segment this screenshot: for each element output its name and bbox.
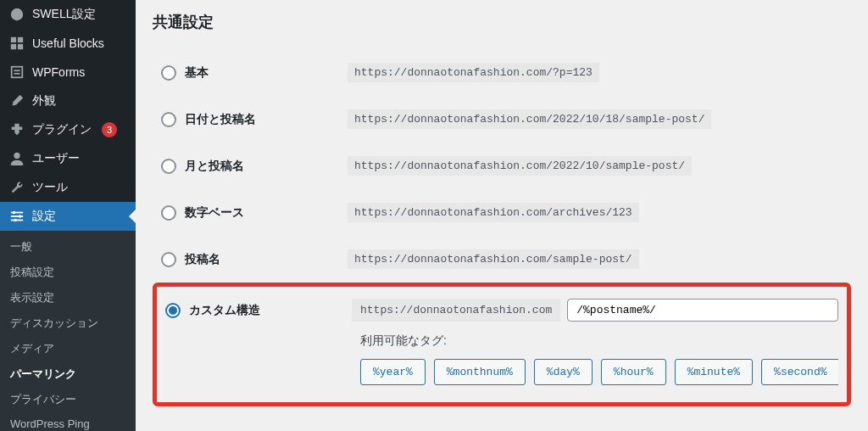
radio-label: 基本 [185, 65, 209, 81]
sidebar-item-label: WPForms [32, 65, 85, 79]
available-tags-label: 利用可能なタグ: [360, 333, 838, 349]
custom-structure-highlight: カスタム構造 https://donnaotonafashion.com 利用可… [153, 283, 851, 406]
url-example: https://donnaotonafashion.com/?p=123 [348, 63, 599, 82]
sidebar-item-label: ツール [32, 180, 68, 195]
svg-point-13 [19, 215, 22, 218]
svg-rect-2 [18, 37, 23, 42]
radio-label: 投稿名 [185, 252, 220, 267]
brush-icon [8, 93, 25, 109]
sidebar-item-label: 設定 [32, 209, 56, 224]
example-cell: https://donnaotonafashion.com/archives/1… [348, 203, 843, 222]
example-cell: https://donnaotonafashion.com/sample-pos… [348, 249, 843, 269]
permalink-options: 基本 https://donnaotonafashion.com/?p=123 … [153, 49, 851, 406]
radio-label: 数字ベース [185, 205, 244, 221]
sidebar-item-plugins[interactable]: プラグイン 3 [0, 115, 136, 144]
radio-icon [161, 112, 176, 127]
form-icon [8, 64, 25, 80]
url-example: https://donnaotonafashion.com/archives/1… [348, 203, 639, 222]
svg-rect-1 [11, 37, 16, 42]
svg-point-12 [13, 211, 16, 215]
option-row-plain: 基本 https://donnaotonafashion.com/?p=123 [153, 49, 851, 96]
radio-icon [161, 252, 176, 267]
user-icon [8, 151, 25, 166]
sidebar-item-wpforms[interactable]: WPForms [0, 58, 136, 87]
blocks-icon [8, 36, 25, 51]
sidebar-item-label: プラグイン [32, 122, 92, 137]
sidebar-item-users[interactable]: ユーザー [0, 144, 136, 173]
wrench-icon [8, 180, 25, 195]
svg-point-14 [14, 219, 17, 222]
sidebar-item-useful-blocks[interactable]: Useful Blocks [0, 29, 136, 58]
radio-icon [161, 65, 176, 81]
sidebar-item-label: SWELL設定 [32, 7, 96, 22]
svg-rect-3 [11, 44, 16, 49]
sidebar-item-label: 外観 [32, 93, 56, 109]
option-row-month-name: 月と投稿名 https://donnaotonafashion.com/2022… [153, 143, 851, 189]
example-cell: https://donnaotonafashion.com/?p=123 [348, 63, 843, 82]
sliders-icon [8, 209, 25, 224]
url-example: https://donnaotonafashion.com/2022/10/18… [348, 109, 711, 129]
tag-day[interactable]: %day% [534, 359, 593, 385]
submenu-media[interactable]: メディア [0, 336, 136, 361]
submenu-wordpress-ping[interactable]: WordPress Ping [0, 412, 136, 431]
submenu-privacy[interactable]: プライバシー [0, 387, 136, 412]
submenu-writing[interactable]: 投稿設定 [0, 260, 136, 285]
svg-point-0 [11, 8, 23, 20]
radio-icon [161, 159, 176, 174]
section-heading: 共通設定 [153, 12, 851, 32]
url-example: https://donnaotonafashion.com/2022/10/sa… [348, 156, 692, 176]
radio-icon [161, 205, 176, 221]
sidebar-item-appearance[interactable]: 外観 [0, 87, 136, 115]
submenu-permalinks[interactable]: パーマリンク [0, 361, 136, 387]
main-content: 共通設定 基本 https://donnaotonafashion.com/?p… [136, 0, 868, 431]
submenu-discussion[interactable]: ディスカッション [0, 311, 136, 336]
permalink-structure-input[interactable] [567, 299, 838, 322]
submenu-reading[interactable]: 表示設定 [0, 285, 136, 311]
tag-year[interactable]: %year% [360, 359, 426, 385]
tag-second[interactable]: %second% [761, 359, 838, 385]
available-tags: %year% %monthnum% %day% %hour% %minute% … [360, 359, 838, 385]
url-example: https://donnaotonafashion.com/sample-pos… [348, 249, 639, 269]
sidebar-item-swell[interactable]: SWELL設定 [0, 0, 136, 29]
radio-month-name[interactable]: 月と投稿名 [161, 159, 348, 174]
svg-rect-4 [18, 44, 23, 49]
option-row-numeric: 数字ベース https://donnaotonafashion.com/arch… [153, 189, 851, 236]
radio-plain[interactable]: 基本 [161, 65, 348, 81]
radio-custom[interactable]: カスタム構造 [165, 303, 352, 318]
radio-label: カスタム構造 [189, 303, 260, 318]
sidebar-item-settings[interactable]: 設定 [0, 202, 136, 231]
sidebar-item-tools[interactable]: ツール [0, 173, 136, 202]
tag-minute[interactable]: %minute% [675, 359, 753, 385]
radio-postname[interactable]: 投稿名 [161, 252, 348, 267]
update-badge: 3 [102, 122, 117, 137]
radio-label: 月と投稿名 [185, 159, 244, 174]
option-row-custom: カスタム構造 https://donnaotonafashion.com [165, 299, 838, 322]
radio-icon [165, 303, 181, 318]
swell-icon [8, 7, 25, 22]
option-row-postname: 投稿名 https://donnaotonafashion.com/sample… [153, 236, 851, 283]
sidebar-item-label: Useful Blocks [32, 36, 104, 50]
svg-point-8 [14, 153, 19, 159]
example-cell: https://donnaotonafashion.com/2022/10/sa… [348, 156, 843, 176]
radio-numeric[interactable]: 数字ベース [161, 205, 348, 221]
plugin-icon [8, 122, 25, 137]
sidebar-item-label: ユーザー [32, 151, 80, 166]
settings-submenu: 一般 投稿設定 表示設定 ディスカッション メディア パーマリンク プライバシー… [0, 231, 136, 431]
option-row-day-name: 日付と投稿名 https://donnaotonafashion.com/202… [153, 96, 851, 143]
url-prefix: https://donnaotonafashion.com [352, 299, 560, 322]
tag-monthnum[interactable]: %monthnum% [434, 359, 526, 385]
radio-label: 日付と投稿名 [185, 112, 256, 127]
tag-hour[interactable]: %hour% [601, 359, 666, 385]
svg-rect-5 [12, 67, 23, 78]
submenu-general[interactable]: 一般 [0, 234, 136, 260]
radio-day-name[interactable]: 日付と投稿名 [161, 112, 348, 127]
example-cell: https://donnaotonafashion.com/2022/10/18… [348, 109, 843, 129]
admin-sidebar: SWELL設定 Useful Blocks WPForms 外観 プラグイン 3… [0, 0, 136, 431]
